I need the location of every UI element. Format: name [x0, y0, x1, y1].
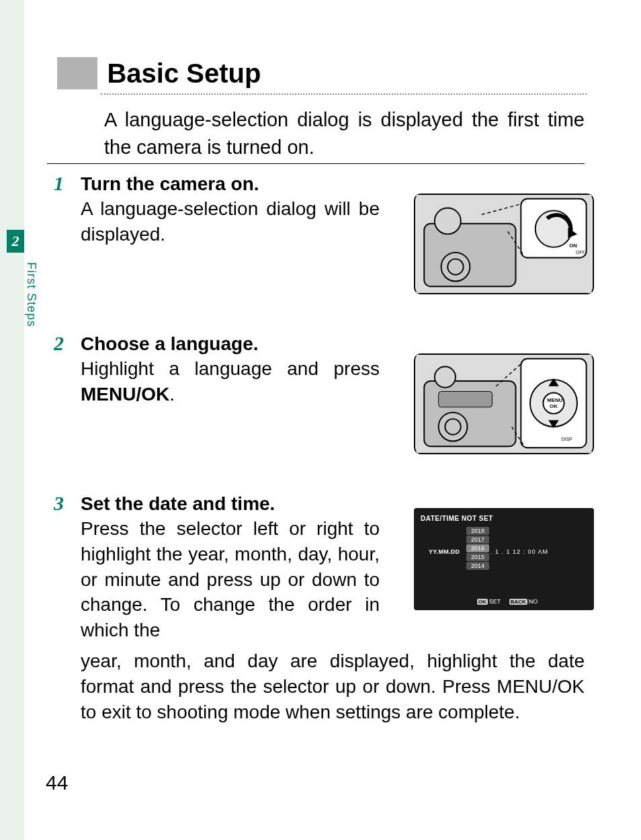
- step-title: Turn the camera on.: [81, 173, 380, 195]
- ok-label-icon: OK: [550, 403, 558, 409]
- datetime-screen-illustration: DATE/TIME NOT SET 2018 2017 2016 2015 20…: [414, 508, 594, 610]
- ok-btn-icon: OK: [477, 599, 488, 605]
- svg-rect-15: [439, 392, 493, 407]
- dt-year-option: 2017: [466, 536, 489, 544]
- menu-label-icon: MENU: [547, 397, 562, 403]
- section-divider-dotted: [101, 93, 587, 95]
- dt-date-row: . 1 . 1 12 : 00 AM: [490, 548, 548, 555]
- svg-rect-11: [424, 381, 515, 446]
- page: 2 First Steps Basic Setup A language-sel…: [0, 0, 641, 840]
- dt-year-option: 2015: [466, 553, 489, 561]
- section-header: Basic Setup: [57, 57, 594, 95]
- section-intro: A language-selection dialog is displayed…: [104, 106, 585, 161]
- step-body-post: .: [169, 384, 175, 405]
- off-label-icon: OFF: [576, 250, 585, 255]
- step-body: Highlight a language and press MENU/OK.: [81, 356, 380, 407]
- step-title: Set the date and time.: [81, 493, 380, 515]
- dt-screen-title: DATE/TIME NOT SET: [421, 515, 587, 522]
- step-number: 2: [54, 332, 64, 355]
- camera-selector-illustration: MENU OK DISP: [414, 353, 594, 454]
- step-number: 3: [54, 492, 64, 515]
- dt-set-label: SET: [489, 598, 501, 605]
- step-number: 1: [54, 172, 64, 195]
- svg-rect-1: [424, 224, 515, 286]
- svg-point-13: [439, 413, 468, 442]
- step-1: 1 Turn the camera on. A language-selecti…: [54, 173, 594, 308]
- step-3: 3 Set the date and time. Press the selec…: [54, 493, 594, 724]
- disp-label-icon: DISP: [562, 437, 572, 442]
- dt-format-label: YY.MM.DD: [429, 548, 460, 555]
- svg-point-3: [441, 253, 470, 282]
- menu-ok-label: MENU/OK: [81, 384, 169, 405]
- dt-no-label: NO: [529, 598, 538, 605]
- step-body: A language-selection dialog will be disp…: [81, 196, 380, 247]
- section-title: Basic Setup: [107, 58, 261, 89]
- step-body-full-post: to exit to shooting mode when settings a…: [81, 702, 520, 722]
- chapter-number-tab: 2: [7, 230, 24, 253]
- step-2: 2 Choose a language. Highlight a languag…: [54, 333, 594, 468]
- step-content: Turn the camera on. A language-selection…: [81, 173, 380, 247]
- back-btn-icon: BACK: [509, 599, 527, 605]
- section-marker-icon: [57, 57, 97, 89]
- svg-point-12: [435, 367, 456, 388]
- dt-year-option: 2014: [466, 562, 489, 570]
- page-number: 44: [46, 771, 68, 794]
- step-content: Set the date and time. Press the selecto…: [81, 493, 380, 643]
- camera-power-illustration: ON OFF: [414, 194, 594, 294]
- step-body-pre: Highlight a language and press: [81, 358, 380, 379]
- camera-selector-icon: MENU OK DISP: [415, 355, 593, 453]
- dt-year-list: 2018 2017 2016 2015 2014: [466, 527, 489, 571]
- steps-list: 1 Turn the camera on. A language-selecti…: [54, 173, 594, 750]
- camera-power-icon: ON OFF: [415, 195, 593, 293]
- dt-footer: OKSET BACKNO: [414, 598, 594, 605]
- dt-year-option: 2018: [466, 527, 489, 535]
- svg-point-2: [435, 208, 461, 234]
- dt-year-option-selected: 2016: [466, 544, 489, 552]
- sidebar-strip: [0, 0, 24, 840]
- step-body-col: Press the selector left or right to high…: [81, 516, 380, 643]
- horizontal-rule: [47, 163, 585, 164]
- step-title: Choose a language.: [81, 333, 380, 355]
- step-body-full: year, month, and day are displayed, high…: [81, 648, 585, 724]
- step-content: Choose a language. Highlight a language …: [81, 333, 380, 407]
- on-label-icon: ON: [569, 243, 577, 249]
- chapter-label: First Steps: [24, 262, 38, 327]
- menu-ok-label: MENU/OK: [497, 676, 585, 697]
